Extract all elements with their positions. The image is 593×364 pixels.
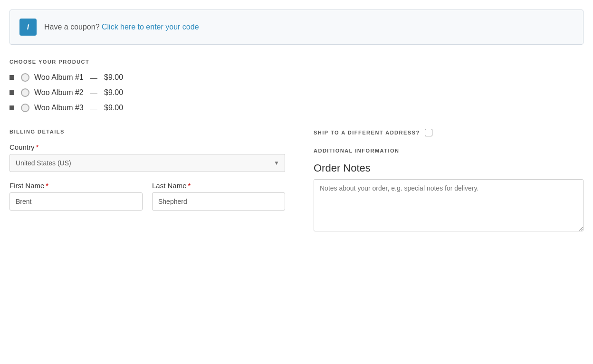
product-price-2: $9.00 bbox=[104, 88, 123, 97]
product-name-3: Woo Album #3 bbox=[34, 104, 84, 112]
product-price-1: $9.00 bbox=[104, 73, 123, 82]
coupon-banner: i Have a coupon? Click here to enter you… bbox=[10, 10, 583, 45]
product-section-label: CHOOSE YOUR PRODUCT bbox=[10, 59, 583, 65]
lastname-input[interactable] bbox=[152, 192, 285, 211]
product-bullet-2 bbox=[10, 90, 14, 95]
additional-section: ADDITIONAL INFORMATION Order Notes bbox=[314, 148, 583, 233]
coupon-link[interactable]: Click here to enter your code bbox=[102, 23, 199, 31]
main-columns: BILLING DETAILS Country* United States (… bbox=[10, 129, 583, 233]
firstname-input[interactable] bbox=[10, 192, 143, 211]
order-notes-textarea[interactable] bbox=[314, 179, 583, 231]
product-list: Woo Album #1 — $9.00 Woo Album #2 — $9.0… bbox=[10, 73, 583, 112]
ship-to-section: SHIP TO A DIFFERENT ADDRESS? bbox=[314, 129, 583, 136]
coupon-static-text: Have a coupon? bbox=[44, 23, 102, 31]
firstname-label: First Name* bbox=[10, 182, 143, 190]
product-name-1: Woo Album #1 bbox=[34, 73, 84, 82]
lastname-required-star: * bbox=[188, 182, 191, 190]
product-radio-2[interactable] bbox=[21, 88, 29, 97]
info-icon: i bbox=[19, 19, 37, 36]
lastname-label: Last Name* bbox=[152, 182, 285, 190]
right-column: SHIP TO A DIFFERENT ADDRESS? ADDITIONAL … bbox=[314, 129, 583, 233]
product-item-1: Woo Album #1 — $9.00 bbox=[10, 73, 583, 82]
country-required-star: * bbox=[36, 143, 39, 151]
product-price-3: $9.00 bbox=[104, 104, 123, 112]
country-label: Country* bbox=[10, 143, 285, 151]
product-section: CHOOSE YOUR PRODUCT Woo Album #1 — $9.00… bbox=[10, 59, 583, 112]
country-select-wrapper: United States (US) Canada United Kingdom… bbox=[10, 154, 285, 172]
product-radio-1[interactable] bbox=[21, 73, 29, 82]
country-select[interactable]: United States (US) Canada United Kingdom bbox=[10, 154, 285, 172]
product-separator-2: — bbox=[88, 89, 99, 97]
coupon-text: Have a coupon? Click here to enter your … bbox=[44, 23, 199, 31]
additional-section-label: ADDITIONAL INFORMATION bbox=[314, 148, 583, 153]
billing-section-label: BILLING DETAILS bbox=[10, 129, 285, 134]
product-item-2: Woo Album #2 — $9.00 bbox=[10, 88, 583, 97]
firstname-field-group: First Name* bbox=[10, 182, 143, 211]
ship-to-checkbox[interactable] bbox=[425, 129, 432, 136]
product-bullet-1 bbox=[10, 75, 14, 80]
lastname-field-group: Last Name* bbox=[152, 182, 285, 211]
ship-to-header: SHIP TO A DIFFERENT ADDRESS? bbox=[314, 129, 583, 136]
product-bullet-3 bbox=[10, 105, 14, 110]
product-separator-1: — bbox=[88, 74, 99, 82]
ship-to-label: SHIP TO A DIFFERENT ADDRESS? bbox=[314, 130, 420, 135]
product-name-2: Woo Album #2 bbox=[34, 88, 84, 97]
country-field-group: Country* United States (US) Canada Unite… bbox=[10, 143, 285, 172]
product-separator-3: — bbox=[88, 104, 99, 112]
order-notes-heading: Order Notes bbox=[314, 162, 583, 174]
product-item-3: Woo Album #3 — $9.00 bbox=[10, 104, 583, 112]
firstname-required-star: * bbox=[46, 182, 48, 190]
product-radio-3[interactable] bbox=[21, 104, 29, 112]
billing-section: BILLING DETAILS Country* United States (… bbox=[10, 129, 285, 233]
name-fields-row: First Name* Last Name* bbox=[10, 182, 285, 220]
